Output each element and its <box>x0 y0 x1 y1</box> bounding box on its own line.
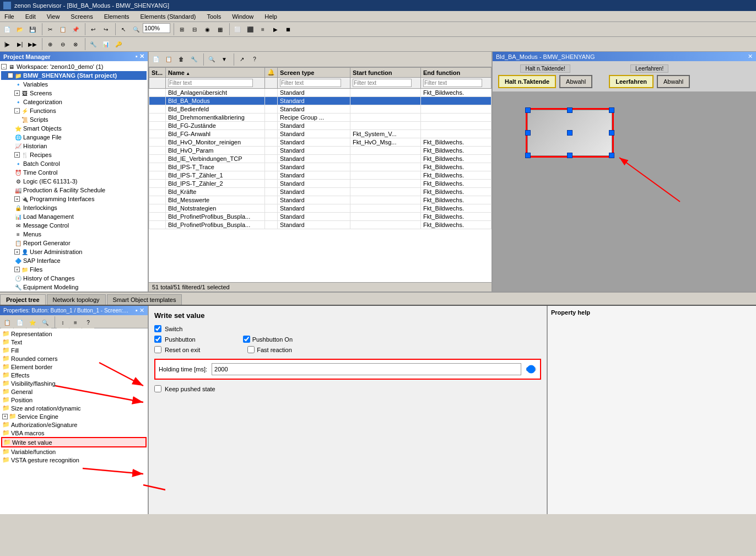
preview-close[interactable]: ✕ <box>748 53 753 60</box>
project-expand[interactable]: - <box>8 73 13 78</box>
switch-checkbox[interactable] <box>154 325 161 332</box>
prop-tb6[interactable]: ≡ <box>69 316 82 328</box>
handle-mr[interactable] <box>609 130 614 136</box>
sl-copy[interactable]: 📋 <box>163 53 175 66</box>
pushbutton-on-checkbox[interactable] <box>243 336 250 343</box>
tab-project-tree[interactable]: Project tree <box>0 294 46 305</box>
tb2-7[interactable]: 🔧 <box>87 38 99 50</box>
table-row[interactable]: Bld_FG-Zustände Standard <box>149 122 492 130</box>
table-row[interactable]: Bld_HvO_Monitor_reinigen Standard Fkt_Hv… <box>149 138 492 147</box>
table-row[interactable]: Bld_IPS-T_Zähler_2 Standard Fkt_Bildwech… <box>149 180 492 188</box>
filter-end-input[interactable] <box>423 79 482 87</box>
tb-extra3[interactable]: ◉ <box>201 23 213 35</box>
holding-time-input[interactable] <box>212 363 521 375</box>
holding-time-spinner[interactable] <box>526 364 537 375</box>
tree-load[interactable]: 📊 Load Management <box>1 212 147 221</box>
sl-help[interactable]: ? <box>249 53 261 66</box>
prop-tb4[interactable]: 🔍 <box>39 316 51 328</box>
table-row[interactable]: Bld_IPS-T_Zähler_1 Standard Fkt_Bildwech… <box>149 171 492 180</box>
tree-functions[interactable]: - ⚡ Functions <box>1 106 147 115</box>
prop-vba[interactable]: 📁 VBA macros <box>1 429 147 437</box>
files-expand[interactable]: + <box>14 267 20 272</box>
abwahl2-btn[interactable]: Abwahl <box>657 75 690 88</box>
screen-table-container[interactable]: St... Name 🔔 Screen type Start function … <box>149 67 492 282</box>
prop-tb5[interactable]: ↕ <box>57 316 69 328</box>
prop-general[interactable]: 📁 General <box>1 387 147 396</box>
tree-workspace[interactable]: - 🖥 Workspace: 'zenon10_demo' (1) <box>1 62 147 71</box>
filter-name[interactable] <box>166 78 265 89</box>
col-start[interactable]: Start function <box>350 68 421 78</box>
tb2-1[interactable]: |▶ <box>1 38 13 50</box>
prop-variable[interactable]: 📁 Variable/function <box>1 447 147 456</box>
tree-scripts[interactable]: 📜 Scripts <box>1 115 147 124</box>
abwahl1-btn[interactable]: Abwahl <box>559 75 592 88</box>
tree-categorization[interactable]: 🔹 Categorization <box>1 98 147 106</box>
prop-effects[interactable]: 📁 Effects <box>1 371 147 379</box>
tree-report[interactable]: 📋 Report Generator <box>1 239 147 247</box>
tree-batch[interactable]: 🔹 Batch Control <box>1 159 147 168</box>
undo-btn[interactable]: ↩ <box>87 23 99 35</box>
prop-position[interactable]: 📁 Position <box>1 396 147 404</box>
prop-elem-border[interactable]: 📁 Element border <box>1 363 147 371</box>
halt-btn[interactable]: Halt n.Taktende <box>498 75 556 88</box>
zoom-input[interactable]: 100% <box>143 23 170 33</box>
cut-btn[interactable]: ✂ <box>44 23 56 35</box>
prop-text[interactable]: 📁 Text <box>1 338 147 346</box>
menu-view[interactable]: View <box>45 13 62 20</box>
table-row[interactable]: Bld_Bedienfeld Standard <box>149 105 492 114</box>
tree-project-root[interactable]: - 📁 BMW_SHENYANG (Start project) <box>1 71 147 80</box>
sl-filter[interactable]: ▼ <box>218 53 230 66</box>
prop-fill[interactable]: 📁 Fill <box>1 346 147 354</box>
table-row[interactable]: Bld_HvO_Param Standard Fkt_Bildwechs. <box>149 147 492 155</box>
table-row[interactable]: Bld_IPS-T_Trace Standard Fkt_Bildwechs. <box>149 163 492 171</box>
table-row[interactable]: Bld_ProfinetProfibus_Buspla... Standard … <box>149 221 492 229</box>
menu-tools[interactable]: Tools <box>204 13 223 20</box>
prop-write-set[interactable]: 📁 Write set value <box>1 437 147 447</box>
recipes-expand[interactable]: + <box>14 152 20 158</box>
tb-align2[interactable]: ⬛ <box>244 23 256 35</box>
property-tree[interactable]: 📁 Representation 📁 Text 📁 Fill 📁 Rounded… <box>0 328 148 514</box>
tree-message[interactable]: ✉ Message Control <box>1 221 147 230</box>
cursor-btn[interactable]: ↖ <box>117 23 129 35</box>
prop-pin[interactable]: ▪ ✕ <box>136 307 144 314</box>
tree-user-admin[interactable]: + 👤 User Administration <box>1 247 147 256</box>
tb-run[interactable]: ▶ <box>269 23 282 35</box>
tree-recipes[interactable]: + 🍴 Recipes <box>1 150 147 159</box>
sl-find[interactable]: 🔍 <box>206 53 218 66</box>
prop-service-engine[interactable]: + 📁 Service Engine <box>1 412 147 420</box>
handle-mm[interactable] <box>567 130 573 136</box>
element-inner[interactable] <box>527 110 612 156</box>
table-row[interactable]: Bld_Notstrategien Standard Fkt_Bildwechs… <box>149 204 492 213</box>
handle-bm[interactable] <box>567 153 573 158</box>
menu-file[interactable]: File <box>2 13 17 20</box>
reset-checkbox[interactable] <box>154 346 161 353</box>
tb-align3[interactable]: ≡ <box>257 23 269 35</box>
tb-extra2[interactable]: ⊟ <box>188 23 201 35</box>
sl-open[interactable]: ↗ <box>236 53 248 66</box>
tree-variables[interactable]: 🔹 Variables <box>1 80 147 89</box>
handle-tl[interactable] <box>525 107 531 113</box>
menu-window[interactable]: Window <box>230 13 256 20</box>
prop-representation[interactable]: 📁 Representation <box>1 330 147 338</box>
menu-help[interactable]: Help <box>262 13 279 20</box>
tree-production[interactable]: 🏭 Production & Facility Schedule <box>1 186 147 195</box>
screens-expand[interactable]: + <box>14 90 20 96</box>
tree-menus[interactable]: ≡ Menus <box>1 230 147 239</box>
tree-logic[interactable]: ⚙ Logic (IEC 61131-3) <box>1 177 147 186</box>
menu-elements[interactable]: Elements <box>102 13 132 20</box>
prop-size[interactable]: 📁 Size and rotation/dynamic <box>1 404 147 412</box>
menu-screens[interactable]: Screens <box>68 13 95 20</box>
tree-language[interactable]: 🌐 Language File <box>1 133 147 142</box>
col-type[interactable]: Screen type <box>278 68 350 78</box>
tb2-4[interactable]: ⊕ <box>44 38 56 50</box>
tb-align1[interactable]: ⬜ <box>231 23 244 35</box>
table-row[interactable]: Bld_Kräfte Standard Fkt_Bildwechs. <box>149 188 492 196</box>
prop-tb1[interactable]: 📋 <box>1 316 13 328</box>
tb2-9[interactable]: 🔑 <box>112 38 125 50</box>
fast-reaction-checkbox[interactable] <box>247 346 255 353</box>
table-row[interactable]: Bld_Messwerte Standard Fkt_Bildwechs. <box>149 196 492 204</box>
prop-visibility[interactable]: 📁 Visibility/flashing <box>1 379 147 387</box>
tb2-5[interactable]: ⊖ <box>57 38 69 50</box>
tb2-2[interactable]: ▶| <box>14 38 26 50</box>
prop-auth[interactable]: 📁 Authorization/eSignature <box>1 420 147 429</box>
